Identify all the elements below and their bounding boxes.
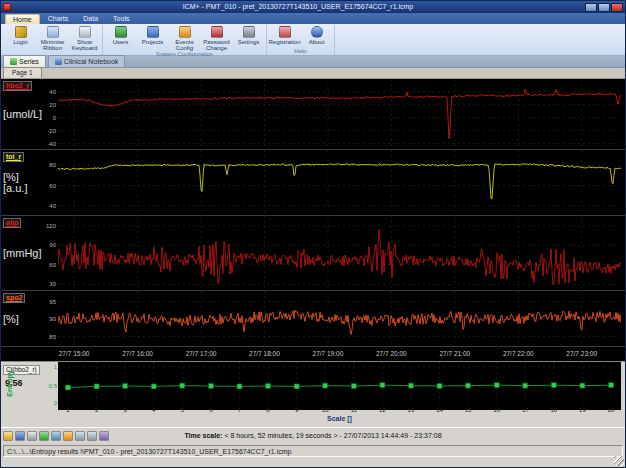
y-tick-label: -40 [47, 141, 56, 148]
ribbon-button-minimise-ribbon[interactable]: Minimise Ribbon [37, 25, 68, 51]
time-label-27-7-19-00: 27/7 19:00 [313, 350, 344, 357]
y-tick-label: 60 [49, 262, 56, 269]
time-label-27-7-17-00: 27/7 17:00 [186, 350, 217, 357]
ribbon-button-label: Minimise Ribbon [37, 39, 68, 51]
events-icon[interactable] [63, 431, 73, 441]
entropy-axis-title: Entropy [6, 364, 13, 404]
app-icon[interactable] [3, 3, 11, 11]
print-icon[interactable] [27, 431, 37, 441]
tab-data[interactable]: Data [76, 14, 105, 24]
entropy-plot[interactable] [58, 362, 621, 410]
ribbon-tab-bar: Home Charts Data Tools [1, 13, 625, 24]
scale-tick-9: 9 [295, 407, 298, 413]
scale-tick-8: 8 [266, 407, 269, 413]
ribbon-button-login[interactable]: Login [5, 25, 36, 45]
y-tick-label: 95 [49, 299, 56, 306]
ribbon-group: LoginMinimise RibbonShow Keyboard [3, 25, 103, 55]
login-icon [15, 26, 27, 38]
ribbon-button-projects[interactable]: Projects [137, 25, 168, 45]
ribbon-button-password-change[interactable]: Password Change [201, 25, 232, 51]
signal-label-spo2[interactable]: spo2 [3, 293, 25, 303]
scale-tick-17: 17 [522, 407, 529, 413]
ribbon-button-about[interactable]: About [301, 25, 332, 45]
tab-series[interactable]: Series [3, 55, 46, 67]
chart-area: hbo2_r[umol/L]40200-20-40toi_r[%][a.u.]8… [1, 79, 625, 361]
signal-label-toi-r[interactable]: toi_r [3, 152, 24, 162]
scale-tick-5: 5 [181, 407, 184, 413]
unit-label-abp: [mmHg] [3, 248, 42, 259]
ribbon-button-registration[interactable]: Registration [269, 25, 300, 45]
entropy-y-tick: 0.5 [49, 383, 57, 390]
y-tick-label: 120 [46, 223, 56, 230]
file-path: C:\...\...\Entropy results !\PMT_010 - p… [3, 445, 623, 457]
ribbon-button-label: About [309, 39, 325, 45]
unit-label-toi-r: [%][a.u.] [3, 172, 27, 194]
y-tick-label: 90 [49, 316, 56, 323]
chart-panel-hbo2-r: hbo2_r[umol/L]40200-20-40 [1, 79, 625, 150]
ribbon-group-buttons: UsersProjectsEvents ConfigPassword Chang… [105, 25, 264, 51]
notebook-icon [55, 58, 62, 65]
tab-series-label: Series [19, 56, 39, 67]
y-tick-label: -20 [47, 128, 56, 135]
ribbon-button-users[interactable]: Users [105, 25, 136, 45]
tab-clinical-notebook-label: Clinical Notebook [64, 56, 118, 67]
ribbon-group-caption: Help [269, 48, 332, 55]
time-axis: 27/7 15:0027/7 16:0027/7 17:0027/7 18:00… [1, 347, 625, 361]
signal-label-hbo2-r[interactable]: hbo2_r [3, 81, 32, 91]
open-icon[interactable] [3, 431, 13, 441]
scale-tick-20: 20 [608, 407, 615, 413]
y-tick-label: 80 [49, 162, 56, 169]
scale-tick-13: 13 [408, 407, 415, 413]
plot-abp[interactable] [58, 216, 621, 295]
chart-panel-abp: abp[mmHg]120906030 [1, 216, 625, 291]
save-icon[interactable] [15, 431, 25, 441]
window-buttons [585, 3, 623, 12]
ribbon-button-label: Events Config [169, 39, 200, 51]
time-scale-value: < 8 hours, 52 minutes, 19 seconds > [224, 432, 337, 439]
scale-tick-2: 2 [95, 407, 98, 413]
panel-margin-spo2: spo2[%]959085 [1, 291, 58, 346]
ribbon-group-buttons: RegistrationAbout [269, 25, 332, 48]
y-tick-label: 40 [49, 89, 56, 96]
entropy-y-tick: 1 [54, 364, 57, 371]
tab-charts[interactable]: Charts [41, 14, 76, 24]
ribbon-button-label: Show Keyboard [69, 39, 100, 51]
time-label-27-7-15-00: 27/7 15:00 [59, 350, 90, 357]
panel-margin-abp: abp[mmHg]120906030 [1, 216, 58, 290]
scale-tick-16: 16 [493, 407, 500, 413]
password-icon [211, 26, 223, 38]
time-scale-label: Time scale: [184, 432, 222, 439]
registration-icon [279, 26, 291, 38]
scale-tick-18: 18 [550, 407, 557, 413]
scale-tick-1: 1 [66, 407, 69, 413]
entropy-y-tick: 0 [54, 400, 57, 407]
tab-tools[interactable]: Tools [106, 14, 136, 24]
zoom-out-icon[interactable] [87, 431, 97, 441]
zoom-in-icon[interactable] [75, 431, 85, 441]
resize-grip[interactable] [614, 456, 624, 466]
page-tab-bar: Page 1 [1, 68, 625, 79]
ribbon-button-events-config[interactable]: Events Config [169, 25, 200, 51]
time-range-value: - 27/07/2013 14:44:49 - 23:37:08 [340, 432, 442, 439]
minimize-button[interactable] [585, 3, 597, 12]
unit-label-spo2: [%] [3, 313, 19, 324]
users-icon [115, 26, 127, 38]
y-tick-label: 85 [49, 334, 56, 341]
filter-icon[interactable] [99, 431, 109, 441]
plot-toi-r[interactable] [58, 150, 621, 220]
table-icon[interactable] [51, 431, 61, 441]
tab-clinical-notebook[interactable]: Clinical Notebook [48, 55, 125, 67]
tab-page-1[interactable]: Page 1 [3, 67, 42, 78]
signal-label-abp[interactable]: abp [3, 218, 21, 228]
close-button[interactable] [611, 3, 623, 12]
maximize-button[interactable] [598, 3, 610, 12]
plot-hbo2-r[interactable] [58, 79, 621, 154]
chart-icon[interactable] [39, 431, 49, 441]
ribbon-button-show-keyboard[interactable]: Show Keyboard [69, 25, 100, 51]
ribbon-group-system-configuration: UsersProjectsEvents ConfigPassword Chang… [103, 25, 267, 55]
plot-spo2[interactable] [58, 291, 621, 351]
ribbon-button-settings[interactable]: Settings [233, 25, 264, 45]
time-label-27-7-20-00: 27/7 20:00 [376, 350, 407, 357]
tab-home[interactable]: Home [5, 14, 40, 24]
ribbon-button-label: Settings [238, 39, 260, 45]
